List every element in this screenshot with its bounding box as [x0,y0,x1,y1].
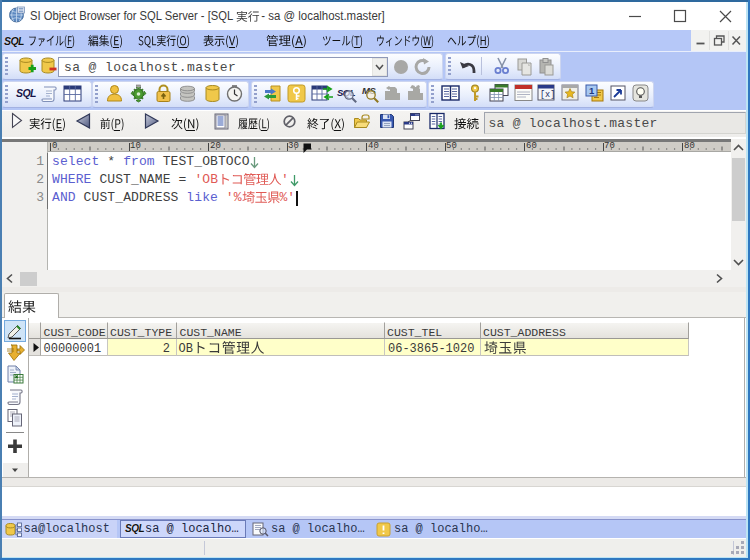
svg-text:[x]: [x] [540,90,555,100]
svg-text:1: 1 [589,85,595,96]
